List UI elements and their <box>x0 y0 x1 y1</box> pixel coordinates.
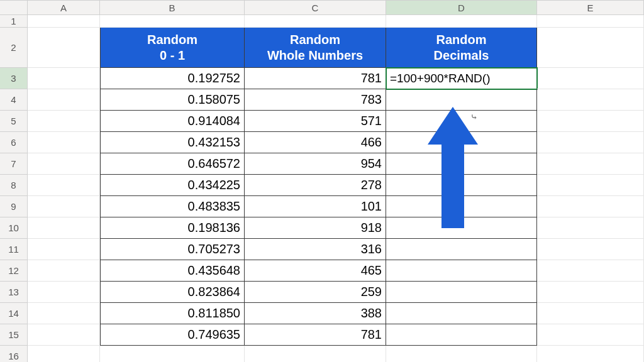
cell-D15[interactable] <box>386 324 537 346</box>
cell-B16[interactable] <box>100 346 245 362</box>
cell-B13[interactable]: 0.823864 <box>100 282 245 303</box>
cell-A9[interactable] <box>28 196 100 217</box>
cell-C1[interactable] <box>245 15 386 28</box>
cell-B3[interactable]: 0.192752 <box>100 68 245 89</box>
row-header-13[interactable]: 13 <box>0 282 28 303</box>
row-header-10[interactable]: 10 <box>0 217 28 239</box>
col-header-E[interactable]: E <box>537 0 644 15</box>
cell-E16[interactable] <box>537 346 644 362</box>
formula-cell[interactable]: =100+900*RAND() <box>386 68 537 89</box>
row-header-3[interactable]: 3 <box>0 68 28 89</box>
cell-C9[interactable]: 101 <box>245 196 386 217</box>
cell-B8[interactable]: 0.434225 <box>100 175 245 196</box>
table-header-D[interactable]: RandomDecimals <box>386 28 537 68</box>
cell-A3[interactable] <box>28 68 100 89</box>
cell-C8[interactable]: 278 <box>245 175 386 196</box>
cell-A12[interactable] <box>28 260 100 282</box>
cell-E2[interactable] <box>537 28 644 68</box>
row-header-2[interactable]: 2 <box>0 28 28 68</box>
cell-B15[interactable]: 0.749635 <box>100 324 245 346</box>
cell-B6[interactable]: 0.432153 <box>100 132 245 153</box>
cell-C3[interactable]: 781 <box>245 68 386 89</box>
cell-C6[interactable]: 466 <box>245 132 386 153</box>
cell-C15[interactable]: 781 <box>245 324 386 346</box>
cell-A16[interactable] <box>28 346 100 362</box>
cell-C11[interactable]: 316 <box>245 239 386 260</box>
cell-B9[interactable]: 0.483835 <box>100 196 245 217</box>
cell-C16[interactable] <box>245 346 386 362</box>
row-header-8[interactable]: 8 <box>0 175 28 196</box>
cell-B4[interactable]: 0.158075 <box>100 89 245 111</box>
table-header-line1: Random <box>147 32 197 48</box>
cell-A14[interactable] <box>28 303 100 324</box>
cell-C4[interactable]: 783 <box>245 89 386 111</box>
col-header-C[interactable]: C <box>245 0 386 15</box>
cell-E4[interactable] <box>537 89 644 111</box>
cell-A13[interactable] <box>28 282 100 303</box>
row-header-12[interactable]: 12 <box>0 260 28 282</box>
cell-E13[interactable] <box>537 282 644 303</box>
row-header-5[interactable]: 5 <box>0 111 28 132</box>
cell-A1[interactable] <box>28 15 100 28</box>
cell-D13[interactable] <box>386 282 537 303</box>
cell-E12[interactable] <box>537 260 644 282</box>
cell-B5[interactable]: 0.914084 <box>100 111 245 132</box>
cell-D12[interactable] <box>386 260 537 282</box>
cell-E1[interactable] <box>537 15 644 28</box>
cell-A4[interactable] <box>28 89 100 111</box>
cell-C14[interactable]: 388 <box>245 303 386 324</box>
cell-E3[interactable] <box>537 68 644 89</box>
cell-B11[interactable]: 0.705273 <box>100 239 245 260</box>
cell-D1[interactable] <box>386 15 537 28</box>
table-header-C[interactable]: RandomWhole Numbers <box>245 28 386 68</box>
cell-C13[interactable]: 259 <box>245 282 386 303</box>
cell-B7[interactable]: 0.646572 <box>100 153 245 175</box>
grid[interactable]: ABCDE12Random0 - 1RandomWhole NumbersRan… <box>0 0 644 362</box>
row-header-7[interactable]: 7 <box>0 153 28 175</box>
cell-B10[interactable]: 0.198136 <box>100 217 245 239</box>
table-header-line2: Whole Numbers <box>267 48 363 63</box>
select-all-corner[interactable] <box>0 0 28 15</box>
cell-E9[interactable] <box>537 196 644 217</box>
row-header-15[interactable]: 15 <box>0 324 28 346</box>
row-header-4[interactable]: 4 <box>0 89 28 111</box>
cell-E15[interactable] <box>537 324 644 346</box>
cell-A5[interactable] <box>28 111 100 132</box>
cell-C12[interactable]: 465 <box>245 260 386 282</box>
row-header-14[interactable]: 14 <box>0 303 28 324</box>
row-header-6[interactable]: 6 <box>0 132 28 153</box>
col-header-A[interactable]: A <box>28 0 100 15</box>
cell-E14[interactable] <box>537 303 644 324</box>
cell-A15[interactable] <box>28 324 100 346</box>
spreadsheet-view: ABCDE12Random0 - 1RandomWhole NumbersRan… <box>0 0 644 362</box>
cell-B1[interactable] <box>100 15 245 28</box>
cell-E5[interactable] <box>537 111 644 132</box>
col-header-B[interactable]: B <box>100 0 245 15</box>
cell-D16[interactable] <box>386 346 537 362</box>
cell-E11[interactable] <box>537 239 644 260</box>
row-header-16[interactable]: 16 <box>0 346 28 362</box>
cell-D14[interactable] <box>386 303 537 324</box>
row-header-1[interactable]: 1 <box>0 15 28 28</box>
row-header-11[interactable]: 11 <box>0 239 28 260</box>
cell-A2[interactable] <box>28 28 100 68</box>
cell-B14[interactable]: 0.811850 <box>100 303 245 324</box>
cursor-icon: ⤷ <box>470 112 478 122</box>
cell-E10[interactable] <box>537 217 644 239</box>
cell-E8[interactable] <box>537 175 644 196</box>
cell-A8[interactable] <box>28 175 100 196</box>
cell-C7[interactable]: 954 <box>245 153 386 175</box>
cell-D11[interactable] <box>386 239 537 260</box>
cell-A11[interactable] <box>28 239 100 260</box>
cell-E7[interactable] <box>537 153 644 175</box>
cell-C10[interactable]: 918 <box>245 217 386 239</box>
cell-A7[interactable] <box>28 153 100 175</box>
table-header-B[interactable]: Random0 - 1 <box>100 28 245 68</box>
cell-B12[interactable]: 0.435648 <box>100 260 245 282</box>
row-header-9[interactable]: 9 <box>0 196 28 217</box>
col-header-D[interactable]: D <box>386 0 537 15</box>
cell-E6[interactable] <box>537 132 644 153</box>
cell-A10[interactable] <box>28 217 100 239</box>
cell-A6[interactable] <box>28 132 100 153</box>
cell-C5[interactable]: 571 <box>245 111 386 132</box>
